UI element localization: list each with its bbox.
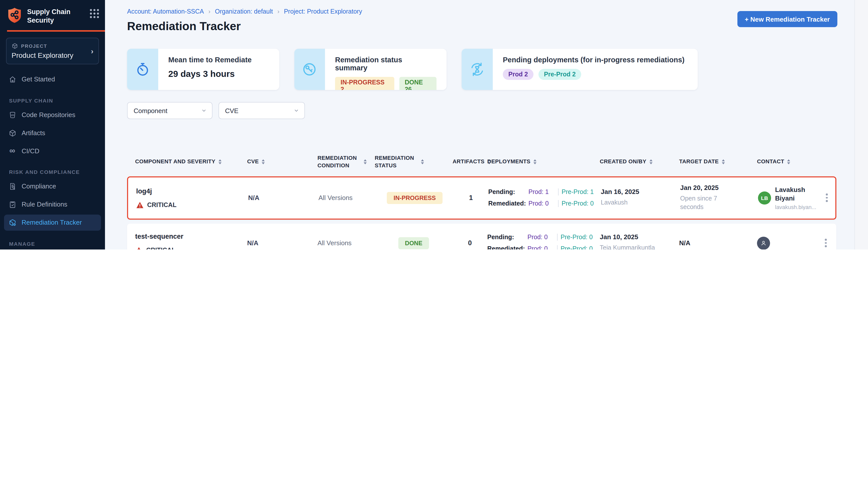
column-header-condition[interactable]: REMEDIATION CONDITION <box>318 154 375 169</box>
sidebar-item-rule-definitions[interactable]: Rule Definitions <box>4 196 101 212</box>
remediation-cube-icon <box>8 219 16 227</box>
card-mean-time: Mean time to Remediate 29 days 3 hours <box>127 49 279 90</box>
hourglass-refresh-icon <box>462 49 493 90</box>
contact-avatar: LB <box>758 191 771 204</box>
status-badge: DONE <box>398 237 429 249</box>
pending-prod-value: Prod: 0 <box>528 234 554 241</box>
component-filter-select[interactable]: Component <box>127 102 212 119</box>
table-row[interactable]: test-sequencer CRITICAL N/A All Versions… <box>127 223 836 250</box>
sidebar-item-artifacts[interactable]: Artifacts <box>4 125 101 141</box>
column-header-contact[interactable]: CONTACT <box>757 158 823 166</box>
cve-filter-value: CVE <box>225 107 238 114</box>
chevron-separator: › <box>277 8 279 15</box>
sidebar-item-compliance[interactable]: Compliance <box>4 179 101 194</box>
remediation-status: DONE <box>375 237 452 249</box>
sidebar: Supply Chain Security PROJECT Product Ex… <box>0 0 105 250</box>
filters: Component CVE <box>127 102 868 119</box>
sidebar-item-label: Compliance <box>22 183 56 190</box>
column-header-deployments[interactable]: DEPLOYMENTS <box>487 158 600 166</box>
project-name: Product Exploratory <box>12 51 91 59</box>
severity: CRITICAL <box>135 246 247 250</box>
main-content: Account: Automation-SSCA › Organization:… <box>105 0 868 250</box>
sidebar-item-code-repositories[interactable]: Code Repositories <box>4 107 101 123</box>
chevron-right-icon: › <box>91 47 94 55</box>
column-header-target-date[interactable]: TARGET DATE <box>679 158 757 166</box>
component-filter-value: Component <box>134 107 167 114</box>
pending-prod-value: Prod: 1 <box>529 188 555 195</box>
app-grid-icon[interactable] <box>90 9 99 18</box>
pending-preprod-value: Pre-Prod: 1 <box>561 188 601 195</box>
chevron-separator: › <box>209 8 210 15</box>
card-status-summary: Remediation status summary IN-PROGRESS 2… <box>294 49 447 90</box>
table-body: log4j CRITICAL N/A All Versions IN-PROGR… <box>127 176 836 250</box>
project-selector[interactable]: PROJECT Product Exploratory › <box>6 38 99 64</box>
contact-email: lavakush.biyan... <box>775 204 819 210</box>
status-badge: IN-PROGRESS <box>387 192 442 204</box>
breadcrumb-account[interactable]: Account: Automation-SSCA <box>127 8 204 15</box>
sidebar-item-label: Remediation Tracker <box>22 219 82 227</box>
table-row[interactable]: log4j CRITICAL N/A All Versions IN-PROGR… <box>127 176 836 219</box>
new-remediation-tracker-button[interactable]: + New Remediation Tracker <box>737 11 838 27</box>
artifacts-count: 0 <box>452 239 487 247</box>
component-name: log4j <box>136 187 248 195</box>
card-pending-deployments: Pending deployments (for in-progress rem… <box>462 49 698 90</box>
clipboard-check-icon <box>8 200 16 208</box>
scrollbar-track[interactable] <box>854 0 868 250</box>
column-header-status[interactable]: REMEDIATION STATUS <box>375 154 452 169</box>
breadcrumb-project[interactable]: Project: Product Exploratory <box>284 8 362 15</box>
remediated-preprod-value: Pre-Prod: 0 <box>561 245 600 250</box>
sort-icon <box>364 159 367 164</box>
section-label-risk-compliance: RISK AND COMPLIANCE <box>9 169 105 175</box>
created-on-by: Jan 16, 2025 Lavakush <box>601 188 680 208</box>
sidebar-item-cicd[interactable]: ∞ CI/CD <box>4 143 101 159</box>
remediation-status: IN-PROGRESS <box>376 192 454 204</box>
remediated-label: Remediated: <box>488 200 529 207</box>
cve-filter-select[interactable]: CVE <box>219 102 305 119</box>
severity: CRITICAL <box>136 201 248 208</box>
section-label-supply-chain: SUPPLY CHAIN <box>9 97 105 104</box>
remediated-prod-value: Prod: 0 <box>528 245 554 250</box>
column-header-created[interactable]: CREATED ON/BY <box>600 158 679 166</box>
sort-icon <box>219 159 222 164</box>
row-menu-button[interactable] <box>824 192 839 204</box>
sidebar-item-get-started[interactable]: Get Started <box>4 71 101 87</box>
critical-warning-icon <box>135 246 142 250</box>
target-date-cell: N/A <box>679 239 757 247</box>
table-header: COMPONENT AND SEVERITY CVE REMEDIATION C… <box>127 154 836 169</box>
row-menu-button[interactable] <box>823 237 838 249</box>
target-date-note: Open since 7 seconds <box>680 194 728 212</box>
remediated-prod-value: Prod: 0 <box>529 200 555 207</box>
created-by: Lavakush <box>601 199 661 208</box>
pending-label: Pending: <box>487 234 528 241</box>
preprod-count-badge: Pre-Prod 2 <box>538 69 581 80</box>
sort-icon <box>722 159 725 164</box>
target-date: N/A <box>679 239 757 247</box>
brand: Supply Chain Security <box>0 0 105 25</box>
contact-cell: LB Lavakush Biyani lavakush.biyan... <box>758 186 824 210</box>
divider <box>558 200 558 207</box>
divider <box>557 245 557 250</box>
code-repo-icon <box>8 111 16 119</box>
breadcrumb-organization[interactable]: Organization: default <box>215 8 273 15</box>
target-date-cell: Jan 20, 2025 Open since 7 seconds <box>680 184 758 212</box>
section-label-manage: MANAGE <box>9 241 105 247</box>
column-header-artifacts[interactable]: ARTIFACTS <box>452 158 487 166</box>
sidebar-item-label: Code Repositories <box>22 111 75 119</box>
done-count-badge: DONE 26 <box>399 77 436 90</box>
card-title: Pending deployments (for in-progress rem… <box>503 56 685 64</box>
sort-icon <box>262 159 265 164</box>
project-label: PROJECT <box>21 43 47 49</box>
box-icon <box>8 129 16 137</box>
deployments: Pending: Prod: 0 Pre-Prod: 0 Remediated:… <box>487 234 600 250</box>
component-name: test-sequencer <box>135 232 247 240</box>
document-search-icon <box>8 182 16 191</box>
column-header-cve[interactable]: CVE <box>247 158 318 166</box>
chevron-down-icon <box>201 108 207 113</box>
cube-icon <box>12 43 18 49</box>
divider <box>558 188 558 195</box>
sidebar-item-remediation-tracker[interactable]: Remediation Tracker <box>4 215 101 231</box>
brand-accent-rule <box>7 30 105 32</box>
in-progress-count-badge: IN-PROGRESS 2 <box>335 77 394 90</box>
column-header-component[interactable]: COMPONENT AND SEVERITY <box>135 158 247 166</box>
sort-icon <box>421 159 424 164</box>
